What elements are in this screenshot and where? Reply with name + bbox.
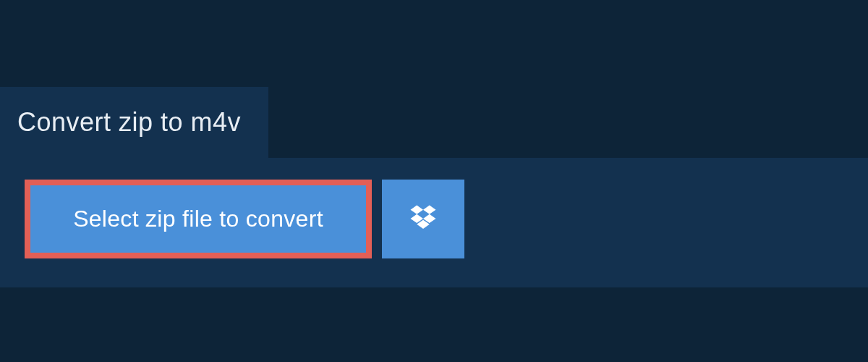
select-file-button[interactable]: Select zip file to convert (25, 180, 372, 258)
page-title-tab: Convert zip to m4v (0, 87, 268, 158)
action-row: Select zip file to convert (0, 158, 868, 287)
select-file-label: Select zip file to convert (73, 206, 323, 232)
dropbox-source-button[interactable] (382, 180, 464, 258)
dropbox-icon (408, 203, 438, 235)
page-background-top (0, 0, 868, 43)
page-title: Convert zip to m4v (17, 107, 241, 137)
main-panel: Select zip file to convert (0, 158, 868, 287)
